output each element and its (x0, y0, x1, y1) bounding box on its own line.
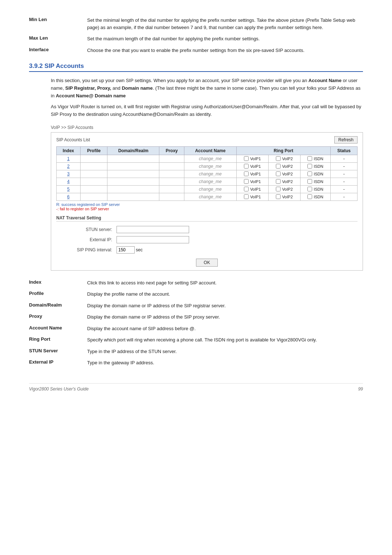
voip1-checkbox[interactable] (244, 179, 249, 184)
voip2-cell: VoIP2 (268, 178, 300, 185)
voip1-cell: VoIP1 (236, 170, 268, 178)
status-cell: - (331, 162, 358, 170)
index-cell: 4 (57, 178, 81, 185)
isdn-checkbox[interactable] (307, 187, 312, 191)
stun-input[interactable] (117, 226, 189, 233)
isdn-checkbox[interactable] (307, 164, 312, 169)
refresh-button[interactable]: Refresh (334, 136, 358, 143)
voip1-checkbox[interactable] (244, 156, 249, 161)
proxy-cell (159, 185, 184, 193)
voip1-label: VoIP1 (250, 157, 261, 161)
section-body: In this section, you set up your own SIP… (51, 77, 363, 118)
lower-term-4: Account Name (29, 323, 87, 335)
status-cell: - (331, 193, 358, 200)
ping-interval-row: SIP PING interval: sec (56, 245, 358, 255)
index-link[interactable]: 4 (67, 179, 70, 184)
col-proxy: Proxy (159, 146, 184, 155)
panel-header: SIP Accounts List Refresh (56, 136, 358, 143)
isdn-label: ISDN (314, 164, 323, 169)
stun-row: STUN server: (56, 224, 358, 235)
ping-input[interactable] (117, 246, 135, 254)
ok-button-row: OK (56, 259, 358, 267)
proxy-cell (159, 178, 184, 185)
stun-label: STUN server: (56, 224, 114, 235)
ping-unit: sec (136, 247, 143, 252)
voip2-checkbox[interactable] (276, 194, 281, 199)
status-r-note: R: success registered on SIP server (56, 202, 120, 207)
panel-title: SIP Accounts List (56, 137, 90, 142)
interface-desc: Choose the one that you want to enable t… (87, 45, 363, 56)
table-row: 3 change_me VoIP1 VoIP2 ISDN - (57, 170, 358, 178)
lower-desc-4: Display the account name of SIP address … (87, 323, 363, 335)
proxy-cell (159, 170, 184, 178)
index-link[interactable]: 5 (67, 187, 70, 192)
lower-term-0: Index (29, 277, 87, 289)
domain-cell (107, 193, 159, 200)
isdn-label: ISDN (314, 172, 323, 176)
voip1-cell: VoIP1 (236, 178, 268, 185)
max-len-term: Max Len (29, 33, 87, 45)
voip2-label: VoIP2 (282, 187, 293, 191)
voip1-checkbox[interactable] (244, 164, 249, 169)
index-cell: 5 (57, 185, 81, 193)
min-len-term: Min Len (29, 15, 87, 33)
voip2-checkbox[interactable] (276, 164, 281, 169)
table-row: 4 change_me VoIP1 VoIP2 ISDN - (57, 178, 358, 185)
status-cell: - (331, 185, 358, 193)
status-cell: - (331, 155, 358, 162)
domain-cell (107, 178, 159, 185)
lower-def-row-0: Index Click this link to access into nex… (29, 277, 363, 289)
sip-accounts-table: Index Profile Domain/Realm Proxy Account… (56, 146, 358, 201)
col-account: Account Name (184, 146, 236, 155)
index-link[interactable]: 2 (67, 164, 70, 169)
footer: Vigor2800 Series User's Guide 99 (29, 383, 363, 392)
index-link[interactable]: 3 (67, 171, 70, 177)
index-link[interactable]: 6 (67, 194, 70, 199)
lower-term-2: Domain/Realm (29, 300, 87, 312)
voip2-cell: VoIP2 (268, 185, 300, 193)
isdn-checkbox[interactable] (307, 156, 312, 161)
account-cell: change_me (184, 193, 236, 200)
isdn-label: ISDN (314, 179, 323, 184)
section-para2: As Vigor VoIP Router is turned on, it wi… (51, 103, 363, 118)
voip2-checkbox[interactable] (276, 179, 281, 184)
voip1-checkbox[interactable] (244, 194, 249, 199)
domain-cell (107, 162, 159, 170)
voip1-checkbox[interactable] (244, 171, 249, 176)
nat-section: NAT Traversal Setting STUN server: Exter… (56, 215, 358, 255)
ok-button[interactable]: OK (196, 259, 217, 267)
proxy-cell (159, 155, 184, 162)
sip-panel: SIP Accounts List Refresh Index Profile … (51, 132, 363, 271)
voip2-checkbox[interactable] (276, 187, 281, 191)
table-row: 1 change_me VoIP1 VoIP2 ISDN - (57, 155, 358, 162)
table-row: 5 change_me VoIP1 VoIP2 ISDN - (57, 185, 358, 193)
voip2-label: VoIP2 (282, 195, 293, 199)
lower-def-row-7: External IP Type in the gateway IP addre… (29, 357, 363, 369)
external-ip-input[interactable] (117, 236, 189, 243)
voip2-label: VoIP2 (282, 157, 293, 161)
min-len-row: Min Len Set the minimal length of the di… (29, 15, 363, 33)
voip2-checkbox[interactable] (276, 156, 281, 161)
interface-term: Interface (29, 45, 87, 56)
voip2-checkbox[interactable] (276, 171, 281, 176)
footer-right: 99 (358, 386, 363, 392)
profile-cell (80, 193, 107, 200)
isdn-cell: ISDN (300, 185, 330, 193)
lower-desc-3: Display the domain name or IP address of… (87, 311, 363, 323)
isdn-checkbox[interactable] (307, 194, 312, 199)
voip2-label: VoIP2 (282, 164, 293, 169)
isdn-checkbox[interactable] (307, 171, 312, 176)
lower-definition-table: Index Click this link to access into nex… (29, 277, 363, 369)
col-ring-port: Ring Port (236, 146, 330, 155)
lower-def-row-4: Account Name Display the account name of… (29, 323, 363, 335)
isdn-cell: ISDN (300, 155, 330, 162)
voip1-label: VoIP1 (250, 164, 261, 169)
isdn-checkbox[interactable] (307, 179, 312, 184)
lower-def-row-6: STUN Server Type in the IP address of th… (29, 346, 363, 357)
index-link[interactable]: 1 (67, 156, 70, 161)
footer-left: Vigor2800 Series User's Guide (29, 386, 89, 392)
lower-term-1: Profile (29, 288, 87, 300)
lower-def-row-2: Domain/Realm Display the domain name or … (29, 300, 363, 312)
voip1-checkbox[interactable] (244, 187, 249, 191)
voip2-cell: VoIP2 (268, 193, 300, 200)
